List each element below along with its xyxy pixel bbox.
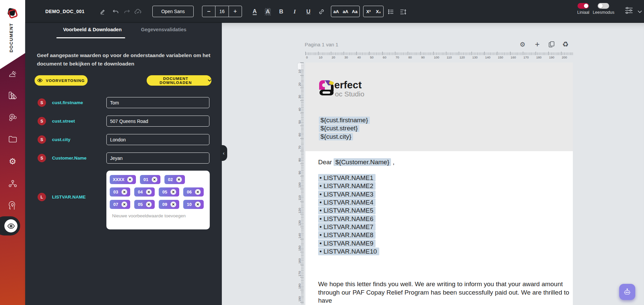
font-size-decrease-button[interactable]: −: [202, 6, 215, 17]
chip-remove-icon[interactable]: ✕: [121, 202, 127, 207]
duplicate-page-icon[interactable]: [547, 40, 556, 49]
capitalize-button[interactable]: aA: [341, 6, 350, 17]
tab-data-validations[interactable]: Gegevensvalidaties: [141, 27, 186, 32]
folder-icon[interactable]: [0, 135, 25, 143]
panel-collapse-handle[interactable]: ‹: [220, 145, 227, 161]
variable-type-badge: S: [38, 117, 46, 125]
v-ruler-number: 100: [298, 182, 302, 188]
data-model-icon[interactable]: [0, 113, 25, 122]
letter-paragraph[interactable]: We hope this letter finds you well. We a…: [318, 280, 583, 305]
ruler-toggle-group: Liniaal: [577, 3, 589, 15]
salutation-variable-token[interactable]: ${Customer.Name}: [334, 158, 391, 166]
underline-icon[interactable]: U: [304, 7, 313, 16]
variable-value-input[interactable]: [106, 116, 209, 127]
chip-remove-icon[interactable]: ✕: [195, 202, 201, 207]
download-button[interactable]: DOCUMENT DOWNLOADEN: [147, 75, 211, 86]
bold-icon[interactable]: B: [277, 7, 286, 16]
preview-nav-active[interactable]: [0, 216, 20, 235]
font-size-increase-button[interactable]: +: [229, 6, 242, 17]
value-chip[interactable]: 09 ✕: [159, 200, 179, 209]
chip-label: XXXX: [113, 177, 125, 182]
logo-text-bottom: oc Studio: [335, 90, 364, 98]
h-ruler-minor-ticks: [305, 52, 573, 55]
settings-chevron-down-icon[interactable]: [635, 7, 644, 16]
rail-brand-text: DOCUMENT: [9, 21, 14, 52]
ruler-toggle[interactable]: [578, 3, 589, 9]
add-value-placeholder[interactable]: Nieuwe voorbeeldwaarde toevoegen: [110, 213, 206, 218]
brand-logo[interactable]: [6, 8, 19, 19]
variable-value-input[interactable]: [106, 152, 209, 164]
value-chip[interactable]: 07 ✕: [110, 200, 130, 209]
preview-button[interactable]: VOORVERTONING: [35, 75, 88, 86]
variable-value-input[interactable]: [106, 134, 209, 145]
value-chip[interactable]: XXXX ✕: [110, 175, 136, 184]
preview-eye-icon[interactable]: [4, 219, 17, 232]
insights-head-icon[interactable]: [0, 201, 25, 210]
lowercase-to-uppercase-button[interactable]: aA: [331, 6, 341, 17]
color-swatches-icon[interactable]: [0, 91, 25, 100]
listvar-item: • LISTVAR.NAME4: [318, 199, 379, 207]
highlight-color-icon[interactable]: A: [263, 7, 272, 16]
line-spacing-icon[interactable]: [399, 7, 407, 16]
listvar-token[interactable]: • LISTVAR.NAME8: [318, 231, 376, 239]
link-icon[interactable]: [317, 7, 326, 16]
listvar-item: • LISTVAR.NAME6: [318, 215, 379, 223]
value-chip[interactable]: 04 ✕: [134, 187, 155, 197]
bullet-list-icon[interactable]: [387, 7, 395, 16]
listvar-token[interactable]: • LISTVAR.NAME1: [318, 174, 376, 182]
variable-value-input[interactable]: [106, 97, 209, 108]
uppercase-to-lowercase-button[interactable]: Aa: [350, 6, 359, 17]
value-chip[interactable]: 03 ✕: [110, 187, 130, 197]
chip-remove-icon[interactable]: ✕: [121, 189, 127, 195]
chip-remove-icon[interactable]: ✕: [170, 202, 176, 207]
variable-token[interactable]: ${cust.firstname}: [319, 117, 370, 124]
chip-remove-icon[interactable]: ✕: [146, 202, 152, 207]
listvar-token[interactable]: • LISTVAR.NAME3: [318, 190, 376, 198]
chip-remove-icon[interactable]: ✕: [195, 189, 201, 195]
tab-preview-download[interactable]: Voorbeeld & Downloaden: [63, 27, 122, 32]
chip-remove-icon[interactable]: ✕: [127, 177, 133, 182]
redo-icon[interactable]: [122, 7, 131, 16]
recycle-icon[interactable]: ♻: [561, 40, 570, 49]
superscript-button[interactable]: X²: [363, 6, 374, 17]
variable-token[interactable]: ${cust.city}: [319, 133, 353, 140]
value-chip[interactable]: 05 ✕: [134, 200, 155, 209]
value-chip[interactable]: 01 ✕: [140, 175, 160, 184]
font-color-icon[interactable]: A: [250, 7, 259, 16]
readmode-toggle[interactable]: [598, 3, 609, 9]
listvar-token[interactable]: • LISTVAR.NAME4: [318, 199, 376, 206]
italic-icon[interactable]: I: [290, 7, 299, 16]
v-ruler-number: 170: [298, 270, 302, 277]
add-page-icon[interactable]: +: [533, 40, 542, 49]
listvar-token[interactable]: • LISTVAR.NAME5: [318, 207, 376, 214]
page-settings-sliders-icon[interactable]: [625, 6, 633, 15]
edit-pencil-icon[interactable]: [98, 7, 107, 16]
value-chip[interactable]: 10 ✕: [183, 200, 204, 209]
design-theme-icon[interactable]: [0, 70, 25, 79]
value-chip[interactable]: 02 ✕: [164, 175, 185, 184]
variable-fields: S cust.firstname S cust.street S cust.ci…: [35, 93, 211, 167]
assistant-float-button[interactable]: [619, 284, 635, 300]
value-chip[interactable]: 05 ✕: [159, 187, 179, 197]
listvar-token[interactable]: • LISTVAR.NAME6: [318, 215, 376, 223]
chip-remove-icon[interactable]: ✕: [152, 177, 157, 182]
value-chip[interactable]: 06 ✕: [183, 187, 204, 197]
listvar-token[interactable]: • LISTVAR.NAME7: [318, 223, 376, 231]
font-family-select[interactable]: Open Sans: [152, 6, 194, 17]
listvar-token[interactable]: • LISTVAR.NAME9: [318, 239, 376, 247]
chip-remove-icon[interactable]: ✕: [146, 189, 152, 195]
chip-remove-icon[interactable]: ✕: [176, 177, 182, 182]
listvar-token[interactable]: • LISTVAR.NAME10: [318, 248, 379, 255]
settings-gear-icon[interactable]: ⚙: [0, 157, 25, 166]
variable-token[interactable]: ${cust.street}: [319, 125, 359, 132]
listvar-token[interactable]: • LISTVAR.NAME2: [318, 182, 376, 190]
font-size-value[interactable]: 16: [215, 6, 228, 17]
salutation-line[interactable]: Dear ${Customer.Name} ,: [318, 159, 395, 166]
undo-icon[interactable]: [111, 7, 120, 16]
letter-logo[interactable]: erfect oc Studio: [319, 80, 364, 98]
workflow-nodes-icon[interactable]: [0, 179, 25, 188]
subscript-button[interactable]: X₂: [374, 6, 383, 17]
page-settings-gear-icon[interactable]: ⚙: [518, 40, 527, 49]
variable-name-label: cust.street: [52, 119, 75, 124]
chip-remove-icon[interactable]: ✕: [170, 189, 176, 195]
